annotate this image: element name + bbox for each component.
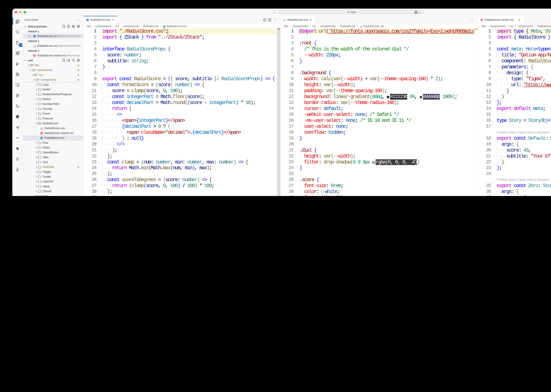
svg-text:++: ++ bbox=[17, 73, 18, 75]
